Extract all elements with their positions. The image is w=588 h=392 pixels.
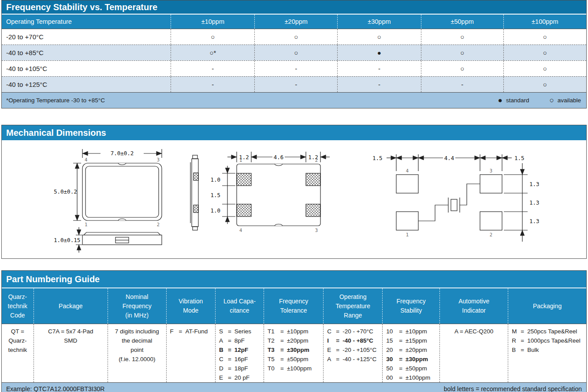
cell-package: C7A = 5x7 4-Pad SMD: [33, 324, 108, 382]
table-row: -40 to +105°C - - - ○ ○: [2, 60, 586, 76]
code-key: F: [170, 327, 176, 336]
equals-sign: =: [228, 346, 231, 355]
col-header-load-capacitance: Load Capa- citance: [215, 288, 264, 324]
code-value: 18pF: [234, 364, 248, 373]
code-value: ±20ppm: [406, 346, 427, 355]
code-key: T5: [268, 355, 277, 364]
width-dimension: 7.0±0.2: [111, 150, 134, 157]
availability-cell: ○*: [171, 45, 254, 60]
mechanical-dimensions-section: Mechanical Dimensions: [1, 125, 587, 259]
availability-cell: ○: [337, 29, 421, 45]
code-value: ±30ppm: [287, 346, 309, 355]
land-pattern-drawing: 1.5 4.4 1.5 1.3 1.3 1.3 4 3 1 2: [369, 149, 543, 243]
pad-number: 2: [157, 222, 160, 227]
equals-sign: =: [228, 364, 231, 373]
height-dimension: 5.0±0.2: [54, 188, 77, 195]
equals-sign: =: [336, 327, 339, 336]
top-view-drawing: 7.0±0.2 5.0±0.2 1.0±0.15 4 3 1 2: [54, 146, 179, 256]
standard-icon: ●: [498, 97, 502, 104]
equals-sign: =: [280, 364, 284, 373]
availability-cell: -: [171, 77, 254, 92]
col-header-automotive-indicator: Automotive Indicator: [439, 288, 508, 324]
pad-number: 4: [406, 168, 409, 173]
availability-cell: ○: [254, 29, 337, 45]
equals-sign: =: [336, 336, 339, 346]
availability-cell: ○: [503, 77, 586, 92]
cell-automotive-indicator: A = AEC-Q200: [439, 324, 508, 382]
code-key: T1: [268, 327, 277, 336]
code-value: 1000pcs Tape&Reel: [527, 336, 581, 346]
land-dimension: 1.3: [529, 218, 540, 224]
pad-gap-dimension: 1.5: [210, 192, 220, 198]
equals-sign: =: [228, 373, 231, 382]
code-value: ±30ppm: [406, 355, 428, 364]
col-header-frequency-tolerance: Frequency Tolerance: [264, 288, 323, 324]
col-header-10ppm: ±10ppm: [171, 15, 254, 29]
row-label: -40 to +105°C: [2, 61, 171, 76]
pad-number: 2: [315, 157, 318, 163]
equals-sign: =: [399, 373, 402, 382]
equals-sign: =: [336, 355, 339, 364]
code-value: 16pF: [234, 355, 248, 364]
legend-standard-label: standard: [506, 97, 529, 104]
freq-table-header-row: Operating Temperature ±10ppm ±20ppm ±30p…: [2, 14, 586, 29]
availability-cell: ○: [503, 29, 586, 45]
legend: ● standard ○ available: [498, 97, 581, 104]
section-gap: [0, 259, 588, 270]
code-key: C: [327, 327, 333, 336]
code-value: AT-Fund: [185, 327, 208, 336]
col-header-operating-temperature: Operating Temperature: [2, 15, 171, 29]
equals-sign: =: [228, 336, 231, 346]
col-header-frequency-stability: Frequency Stability: [382, 288, 439, 324]
availability-cell: ○: [421, 61, 503, 76]
code-key: E: [219, 373, 225, 382]
pad-number: 2: [490, 232, 492, 237]
pad-number: 1: [85, 222, 87, 227]
availability-cell: -: [337, 77, 421, 92]
pad-number: 4: [239, 228, 242, 233]
code-value: ±10ppm: [287, 327, 309, 336]
freq-stability-title: Frequency Stability vs. Temperature: [2, 0, 586, 14]
pad-number: 3: [490, 168, 492, 173]
col-header-50ppm: ±50ppm: [421, 15, 503, 29]
code-key: B: [512, 346, 517, 355]
availability-cell: ○: [503, 61, 586, 76]
section-gap: [0, 108, 588, 125]
mechanical-drawings: 7.0±0.2 5.0±0.2 1.0±0.15 4 3 1 2: [2, 140, 586, 258]
equals-sign: =: [399, 355, 402, 364]
pad-number: 1: [239, 157, 242, 163]
equals-sign: =: [228, 327, 231, 336]
code-value: ±10ppm: [406, 327, 427, 336]
code-value: 8pF: [234, 336, 245, 346]
bold-note: bold letters = recommended standard spec…: [444, 385, 582, 392]
code-key: E: [327, 346, 333, 355]
code-value: -40 - +85°C: [342, 336, 373, 346]
equals-sign: =: [280, 355, 284, 364]
equals-sign: =: [399, 336, 402, 346]
equals-sign: =: [179, 327, 182, 336]
code-value: Series: [234, 327, 251, 336]
availability-cell: -: [337, 61, 421, 76]
col-header-vibration-mode: Vibration Mode: [166, 288, 215, 324]
available-icon: ○: [549, 97, 554, 104]
equals-sign: =: [521, 327, 524, 336]
land-dimension: 1.5: [514, 155, 525, 161]
cell-frequency-stability: 10=±10ppm 15=±15ppm 20=±20ppm 30=±30ppm …: [382, 324, 439, 382]
part-numbering-guide-title: Part Numbering Guide: [2, 271, 586, 287]
code-key: M: [512, 327, 517, 336]
col-header-100ppm: ±100ppm: [503, 15, 586, 29]
code-value: -20 - +105°C: [342, 346, 376, 355]
cell-quarztechnik-code: QT = Quarz- technik: [2, 324, 33, 382]
bottom-view-drawing: 1.2 4.6 1.2 1.0 1.5 1.0 1 2 4 3: [182, 146, 334, 237]
row-label: -20 to +70°C: [2, 29, 171, 45]
equals-sign: =: [336, 346, 339, 355]
cell-vibration-mode: F=AT-Fund: [166, 324, 215, 382]
code-value: ±100ppm: [406, 373, 430, 382]
pad-number: 3: [157, 157, 160, 162]
code-value: ±15ppm: [406, 336, 427, 346]
code-value: ±20ppm: [287, 336, 309, 346]
code-key: 15: [386, 336, 396, 346]
cell-frequency-tolerance: T1=±10ppm T2=±20ppm T3=±30ppm T5=±50ppm …: [264, 324, 323, 382]
table-row: -40 to +125°C - - - - ○: [2, 76, 586, 92]
code-value: 20 pF: [234, 373, 250, 382]
